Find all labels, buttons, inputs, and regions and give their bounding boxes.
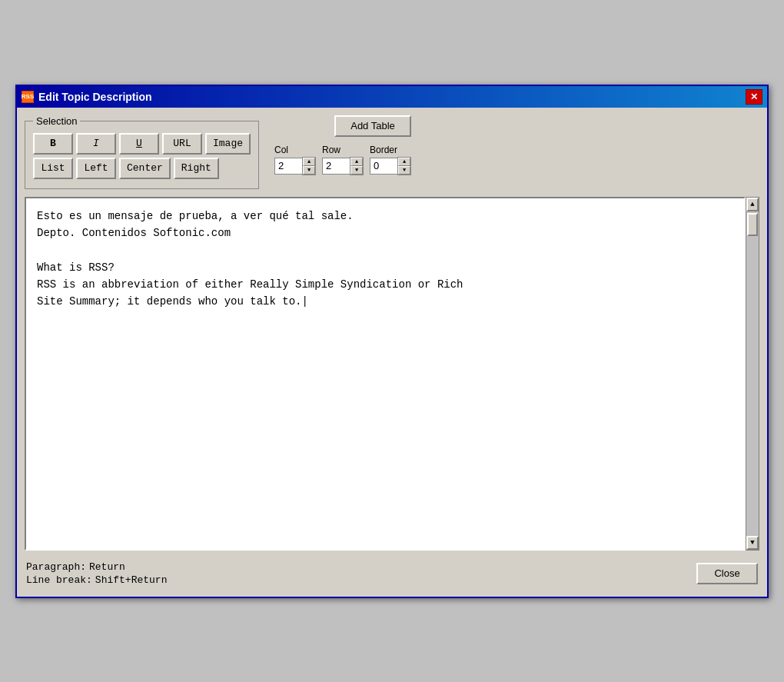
scroll-track[interactable] <box>746 211 759 536</box>
close-dialog-button[interactable]: Close <box>696 563 758 584</box>
image-button[interactable]: Image <box>205 133 251 155</box>
left-button[interactable]: Left <box>76 158 116 179</box>
row-spinner-group: Row ▲ ▼ <box>322 145 364 175</box>
list-button[interactable]: List <box>33 158 73 179</box>
linebreak-status-line: Line break: Shift+Return <box>26 574 167 586</box>
status-bar: Paragraph: Return Line break: Shift+Retu… <box>25 557 759 589</box>
linebreak-value: Shift+Return <box>95 574 168 586</box>
col-spinner: ▲ ▼ <box>274 157 316 175</box>
add-table-button[interactable]: Add Table <box>334 115 411 137</box>
scroll-down-button[interactable]: ▼ <box>746 536 759 550</box>
col-down-button[interactable]: ▼ <box>303 166 315 175</box>
border-down-button[interactable]: ▼ <box>398 166 410 175</box>
center-button[interactable]: Center <box>119 158 171 179</box>
button-row-1: B I U URL Image <box>33 133 251 155</box>
selection-legend: Selection <box>33 115 80 127</box>
col-input[interactable] <box>274 158 302 175</box>
rss-icon: RSS <box>22 91 34 103</box>
bold-button[interactable]: B <box>33 133 73 155</box>
url-button[interactable]: URL <box>162 133 202 155</box>
title-bar-left: RSS Edit Topic Description <box>22 91 152 103</box>
editor-line-1: Esto es un mensaje de prueba, a ver qué … <box>37 208 733 225</box>
editor-line-4: What is RSS? <box>37 259 733 276</box>
col-spinner-group: Col ▲ ▼ <box>274 145 316 175</box>
border-spinner-group: Border ▲ ▼ <box>370 145 411 175</box>
row-label: Row <box>322 145 341 155</box>
border-spinner-buttons: ▲ ▼ <box>397 157 411 175</box>
border-spinner: ▲ ▼ <box>370 157 411 175</box>
editor-line-5: RSS is an abbreviation of either Really … <box>37 276 733 293</box>
paragraph-status-line: Paragraph: Return <box>26 561 167 573</box>
window-close-button[interactable]: ✕ <box>746 89 762 105</box>
col-label: Col <box>274 145 288 155</box>
paragraph-value: Return <box>89 561 125 573</box>
row-spinner-buttons: ▲ ▼ <box>350 157 364 175</box>
title-bar: RSS Edit Topic Description ✕ <box>17 86 767 108</box>
border-up-button[interactable]: ▲ <box>398 158 410 166</box>
editor-line-6: Site Summary; it depends who you talk to… <box>37 293 733 310</box>
status-text: Paragraph: Return Line break: Shift+Retu… <box>26 561 167 586</box>
row-spinner: ▲ ▼ <box>322 157 364 175</box>
right-button[interactable]: Right <box>174 158 219 179</box>
window-body: Selection B I U URL Image <box>17 108 767 597</box>
button-row-2: List Left Center Right <box>33 158 251 179</box>
scrollbar[interactable]: ▲ ▼ <box>746 197 759 551</box>
row-down-button[interactable]: ▼ <box>350 166 363 175</box>
spinner-row: Col ▲ ▼ Row <box>274 145 411 175</box>
editor-blank-line <box>37 241 733 258</box>
scroll-up-button[interactable]: ▲ <box>746 198 759 211</box>
paragraph-label: Paragraph: <box>26 561 86 573</box>
window-title: Edit Topic Description <box>38 91 152 103</box>
add-table-area: Add Table Col ▲ ▼ <box>274 115 411 175</box>
linebreak-label: Line break: <box>26 574 92 586</box>
row-input[interactable] <box>322 158 350 175</box>
col-up-button[interactable]: ▲ <box>303 158 315 166</box>
border-label: Border <box>370 145 397 155</box>
selection-group: Selection B I U URL Image <box>25 115 259 189</box>
editor-text: Esto es un mensaje de prueba, a ver qué … <box>37 208 733 311</box>
editor-container: Esto es un mensaje de prueba, a ver qué … <box>25 197 759 551</box>
editor-area[interactable]: Esto es un mensaje de prueba, a ver qué … <box>25 197 746 551</box>
toolbar-area: Selection B I U URL Image <box>25 115 759 189</box>
edit-topic-dialog: RSS Edit Topic Description ✕ Selection B… <box>15 85 769 598</box>
editor-line-2: Depto. Contenidos Softonic.com <box>37 225 733 241</box>
scroll-thumb[interactable] <box>747 213 758 236</box>
row-up-button[interactable]: ▲ <box>350 158 363 166</box>
italic-button[interactable]: I <box>76 133 116 155</box>
border-input[interactable] <box>370 158 397 175</box>
underline-button[interactable]: U <box>119 133 159 155</box>
col-spinner-buttons: ▲ ▼ <box>302 157 316 175</box>
